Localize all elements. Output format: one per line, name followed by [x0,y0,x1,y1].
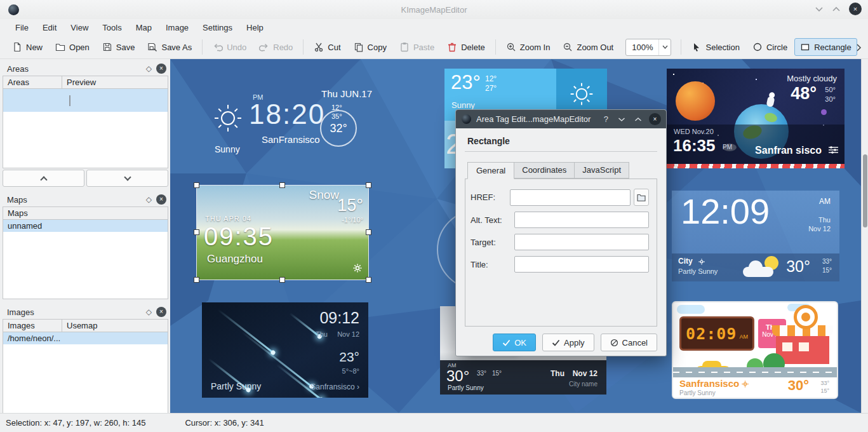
float-panel-icon[interactable]: ◇ [146,65,152,72]
undo-button[interactable]: Undo [207,38,252,56]
move-area-down-button[interactable] [86,170,168,187]
menu-file[interactable]: File [8,20,36,35]
scrollbar-thumb[interactable] [863,154,867,227]
sun-icon [570,82,594,108]
alt-text-input[interactable] [514,212,649,228]
save-as-button[interactable]: Save As [142,38,197,56]
toolbar-separator [495,39,496,55]
copy-button[interactable]: Copy [348,38,392,56]
float-panel-icon[interactable]: ◇ [146,308,152,316]
toolbar-overflow-button[interactable] [851,40,865,55]
selection-handle-ne[interactable] [366,182,371,188]
float-panel-icon[interactable]: ◇ [146,196,152,203]
dialog-maximize-button[interactable] [632,117,644,122]
weather-widget-guangzhou-selected[interactable]: Snow 15° -1°/10° THU APR 04 09:35 Guangz… [197,186,368,280]
new-button[interactable]: New [6,38,48,56]
close-panel-button[interactable]: × [156,64,166,74]
selection-handle-se[interactable] [366,277,371,283]
menu-help[interactable]: Help [239,20,270,35]
cancel-icon [610,339,618,347]
selection-status: Selection: x: 47, y: 197, w: 260, h: 145 [6,418,145,428]
cancel-button[interactable]: Cancel [601,334,657,351]
area-list-item[interactable] [3,89,168,112]
date-label: Nov 12 [808,225,831,233]
close-panel-button[interactable]: × [156,307,166,317]
condition-label: Sunny [215,144,240,154]
minimize-button[interactable] [815,6,824,12]
menu-settings[interactable]: Settings [196,20,239,35]
weather-widget-cartoon[interactable]: 02:09 AM Thu Nov 12 Sanfransisco Partly … [672,301,838,399]
selection-tool-button[interactable]: Selection [686,38,745,56]
new-document-icon [12,42,22,52]
weather-widget-sanfransisco-clock[interactable]: PM 18:20 Thu JUN.17 12° 35° 32° SanFrans… [196,71,380,166]
maximize-button[interactable] [832,6,841,12]
dialog-help-button[interactable]: ? [601,114,611,124]
zoom-in-button[interactable]: Zoom In [500,38,556,56]
menu-tools[interactable]: Tools [95,20,128,35]
ok-button[interactable]: OK [493,334,536,351]
title-input[interactable] [514,256,649,273]
selection-handle-w[interactable] [194,229,199,235]
weather-widget-overlay-clock[interactable]: 12:09 AM Thu Nov 12 City Partly Sunny 30… [672,191,839,281]
save-button[interactable]: Save [97,38,141,56]
date-label: WED Nov.20 [674,128,714,135]
maps-column-header[interactable]: Maps [3,207,168,219]
redo-button[interactable]: Redo [253,38,298,56]
tab-coordinates[interactable]: Coordinates [514,162,575,179]
folder-icon [637,194,646,201]
delete-button[interactable]: Delete [441,38,491,56]
delete-trash-icon [447,42,457,52]
low-temp: 15° [820,388,829,394]
maps-panel-title: Maps [7,195,142,205]
tab-general[interactable]: General [467,162,514,179]
dialog-titlebar[interactable]: Area Tag Edit...mageMapEditor ? × [456,110,666,128]
weather-widget-planet[interactable]: Mostly cloudy 48° 50° 30° WED Nov.20 16:… [667,69,845,168]
selection-handle-sw[interactable] [194,277,199,283]
menu-image[interactable]: Image [159,20,196,35]
chevron-right-icon [856,43,862,52]
dialog-minimize-button[interactable] [616,117,627,122]
move-area-up-button[interactable] [3,170,84,187]
menu-view[interactable]: View [63,20,95,35]
selection-handle-n[interactable] [279,182,285,188]
selection-handle-e[interactable] [366,229,371,235]
rectangle-tool-button[interactable]: Rectangle [794,38,857,56]
images-column-header[interactable]: Images [3,320,62,332]
close-panel-button[interactable]: × [156,194,166,205]
city-label: Guangzhou [207,253,263,266]
images-panel: Images ◇ × Images Usemap /home/neon/... [3,305,168,414]
tab-javascript[interactable]: JavaScript [574,162,629,179]
clock-time: 16:35 [673,136,716,156]
zoom-out-button[interactable]: Zoom Out [557,38,619,56]
selection-handle-nw[interactable] [194,182,199,188]
open-button[interactable]: Open [50,38,95,56]
areas-list: Areas Preview [3,76,168,168]
menu-map[interactable]: Map [129,20,159,35]
preview-column-header[interactable]: Preview [62,76,168,88]
undo-icon [213,42,223,52]
circle-tool-button[interactable]: Circle [747,38,793,56]
usemap-column-header[interactable]: Usemap [62,320,168,332]
close-button[interactable]: × [849,3,862,15]
area-preview-thumbnail [69,95,70,106]
dialog-close-button[interactable]: × [649,113,661,125]
areas-column-header[interactable]: Areas [3,76,62,88]
info-bar: WED Nov.20 16:35 PM Sanfran sisco [667,125,845,164]
paste-button[interactable]: Paste [394,38,440,56]
astronaut-graphic [766,96,775,107]
image-list-item[interactable]: /home/neon/... [3,332,168,344]
heading-separator [465,151,657,152]
apply-button[interactable]: Apply [542,334,594,351]
window-titlebar[interactable]: KImageMapEditor × [0,0,868,19]
vertical-scrollbar[interactable] [861,59,868,413]
menu-edit[interactable]: Edit [36,20,63,35]
map-list-item[interactable]: unnamed [3,220,168,232]
cut-button[interactable]: Cut [308,38,346,56]
high-temp: 12° [485,74,497,83]
href-input[interactable] [510,189,631,206]
selection-handle-s[interactable] [279,277,285,283]
href-browse-button[interactable] [634,189,649,206]
zoom-level-combobox[interactable]: 100% [625,39,671,56]
target-input[interactable] [514,234,649,250]
weather-widget-comets[interactable]: 09:12 Thu Nov 12 23° 5°~8° Partly Sunny … [202,302,368,398]
